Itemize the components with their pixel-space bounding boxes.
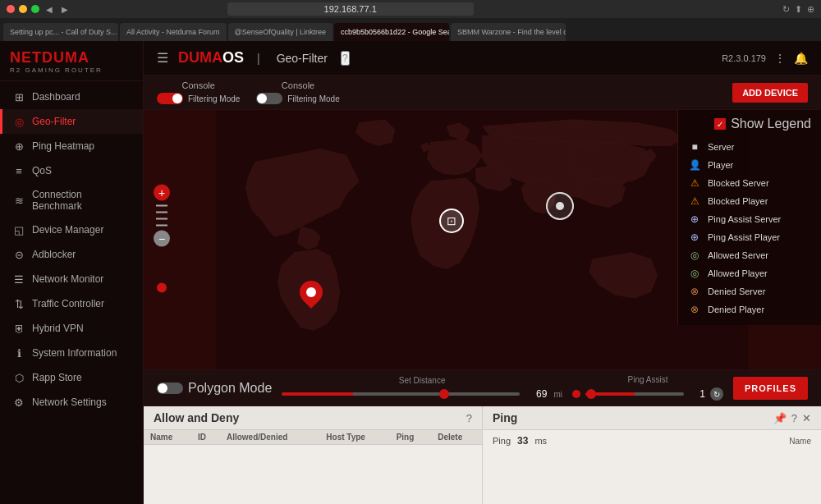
browser-tab-2[interactable]: @SenseOfQuality | Linktree (228, 23, 333, 41)
allow-deny-table-header: Name ID Allowed/Denied Host Type Ping De… (144, 430, 482, 445)
browser-tab-3[interactable]: ccb9b5b0566b1d22 - Google Sear... (334, 23, 449, 41)
browser-url-bar[interactable]: 192.168.77.1 (227, 2, 474, 16)
distance-slider[interactable] (282, 392, 520, 396)
show-legend-row: ✓ Show Legend (688, 117, 811, 131)
sidebar-label-adblocker: Adblocker (32, 249, 76, 260)
zoom-dash-2 (156, 212, 167, 213)
sidebar-item-hybrid-vpn[interactable]: ⛨ Hybrid VPN (0, 316, 143, 341)
allow-deny-panel: Allow and Deny ? Name ID Allowed/Denied (144, 406, 483, 504)
browser-tab-1[interactable]: All Activity - Netduma Forum (120, 23, 227, 41)
sidebar-item-adblocker[interactable]: ⊝ Adblocker (0, 242, 143, 267)
legend-item-blocked-player: ⚠ Blocked Player (688, 192, 811, 210)
hamburger-button[interactable]: ☰ (157, 50, 168, 66)
map-container: + − ⊡ (144, 110, 821, 369)
allow-deny-body: Name ID Allowed/Denied Host Type Ping De… (144, 430, 482, 504)
sidebar-item-connection-benchmark[interactable]: ≋ Connection Benchmark (0, 183, 143, 218)
traffic-controller-icon: ⇅ (12, 297, 25, 310)
browser-back-button[interactable]: ◀ (44, 5, 55, 14)
show-legend-checkbox[interactable]: ✓ (714, 118, 726, 130)
device-circle: ⊡ (439, 208, 464, 233)
separator: | (257, 52, 260, 65)
legend-allowed-server-label: Allowed Server (708, 250, 768, 260)
browser-tab-0[interactable]: Setting up pc... - Call of Duty S... (3, 23, 118, 41)
more-options-button[interactable]: ⋮ (774, 52, 786, 65)
legend-denied-player-label: Denied Player (708, 305, 764, 314)
sidebar-item-rapp-store[interactable]: ⬡ Rapp Store (0, 365, 143, 390)
map-location-pin (300, 281, 323, 304)
allow-deny-help-button[interactable]: ? (466, 412, 472, 424)
polygon-mode-toggle[interactable] (157, 383, 183, 394)
legend-allowed-player-icon: ◎ (688, 267, 701, 280)
browser-share-button[interactable]: ⬆ (795, 4, 802, 15)
zoom-out-button[interactable]: − (154, 231, 170, 247)
profiles-button[interactable]: PROFILES (733, 377, 808, 400)
browser-refresh-button[interactable]: ↻ (782, 4, 790, 15)
add-device-button[interactable]: ADD DEVICE (732, 83, 808, 103)
sidebar-item-network-monitor[interactable]: ☰ Network Monitor (0, 267, 143, 291)
main-content: ☰ DUMAOS | Geo-Filter ? R2.3.0.179 ⋮ 🔔 C… (144, 41, 821, 504)
notifications-button[interactable]: 🔔 (794, 52, 808, 65)
browser-maximize-dot[interactable] (31, 5, 39, 13)
ping-value-display: 33 (517, 435, 528, 447)
sidebar-navigation: ⊞ Dashboard ◎ Geo-Filter ⊕ Ping Heatmap … (0, 81, 143, 504)
legend-server-label: Server (708, 142, 734, 152)
console1-mode-label: Filtering Mode (188, 94, 240, 103)
console2-mode-label: Filtering Mode (287, 94, 339, 103)
console1-toggle-row: Filtering Mode (157, 93, 240, 104)
browser-toolbar: ↻ ⬆ ⊕ (782, 4, 814, 15)
help-button[interactable]: ? (341, 51, 350, 66)
ping-pin-button[interactable]: 📌 (773, 412, 787, 424)
zoom-dash-1 (156, 205, 167, 207)
ping-assist-slider[interactable] (585, 392, 684, 396)
legend-denied-player-icon: ⊗ (688, 303, 701, 316)
ping-reset-button[interactable]: ↻ (710, 387, 723, 401)
sidebar-label-rapp-store: Rapp Store (32, 372, 82, 383)
legend-item-server: ■ Server (688, 138, 811, 156)
sidebar-item-system-information[interactable]: ℹ System Information (0, 341, 143, 365)
sidebar-item-traffic-controller[interactable]: ⇅ Traffic Controller (0, 291, 143, 316)
zoom-in-button[interactable]: + (154, 185, 170, 201)
ping-panel-header: Ping 📌 ? ✕ (483, 406, 821, 430)
ping-assist-section: Ping Assist 1 ↻ (572, 375, 723, 401)
ping-close-button[interactable]: ✕ (802, 412, 811, 424)
netduma-logo: NETDUMA (10, 49, 133, 66)
legend-item-allowed-server: ◎ Allowed Server (688, 246, 811, 264)
sidebar-item-ping-heatmap[interactable]: ⊕ Ping Heatmap (0, 134, 143, 158)
set-distance-label: Set Distance (282, 376, 562, 385)
legend-item-allowed-player: ◎ Allowed Player (688, 264, 811, 282)
sidebar-logo: NETDUMA R2 GAMING ROUTER (0, 41, 143, 81)
browser-forward-button[interactable]: ▶ (59, 5, 71, 14)
top-bar-right: R2.3.0.179 ⋮ 🔔 (722, 52, 808, 65)
console2-toggle[interactable] (256, 93, 282, 104)
dashboard-icon: ⊞ (12, 90, 25, 103)
col-host-type: Host Type (319, 430, 389, 445)
legend-blocked-server-label: Blocked Server (708, 178, 769, 188)
sidebar-item-qos[interactable]: ≡ QoS (0, 158, 143, 183)
sidebar-item-device-manager[interactable]: ◱ Device Manager (0, 218, 143, 242)
browser-menu-button[interactable]: ⊕ (807, 4, 814, 15)
console1-label: Console (182, 80, 215, 90)
allow-deny-title: Allow and Deny (154, 411, 239, 424)
sidebar-item-dashboard[interactable]: ⊞ Dashboard (0, 85, 143, 109)
legend-item-ping-assist-server: ⊕ Ping Assist Server (688, 210, 811, 228)
col-id: ID (191, 430, 220, 445)
allow-deny-table: Name ID Allowed/Denied Host Type Ping De… (144, 430, 482, 445)
ping-info-row: Ping 33 ms Name (483, 430, 821, 451)
browser-close-dot[interactable] (7, 5, 15, 13)
ping-assist-value: 1 (689, 388, 705, 400)
legend-allowed-server-icon: ◎ (688, 249, 701, 262)
legend-player-label: Player (708, 160, 733, 170)
console1-toggle[interactable] (157, 93, 183, 104)
ping-assist-label: Ping Assist (572, 375, 723, 384)
ping-help-button[interactable]: ? (791, 412, 797, 424)
rapp-store-icon: ⬡ (12, 371, 25, 384)
sidebar-item-network-settings[interactable]: ⚙ Network Settings (0, 390, 143, 415)
sidebar-item-geo-filter[interactable]: ◎ Geo-Filter (0, 109, 143, 134)
version-label: R2.3.0.179 (722, 53, 766, 63)
sidebar-label-device-manager: Device Manager (32, 224, 103, 236)
sidebar-label-traffic-controller: Traffic Controller (32, 298, 104, 309)
browser-tab-4[interactable]: SBMM Warzone - Find the level of... (451, 23, 566, 41)
legend-item-ping-assist-player: ⊕ Ping Assist Player (688, 228, 811, 246)
sidebar-label-connection-benchmark: Connection Benchmark (32, 189, 133, 212)
browser-minimize-dot[interactable] (19, 5, 27, 13)
